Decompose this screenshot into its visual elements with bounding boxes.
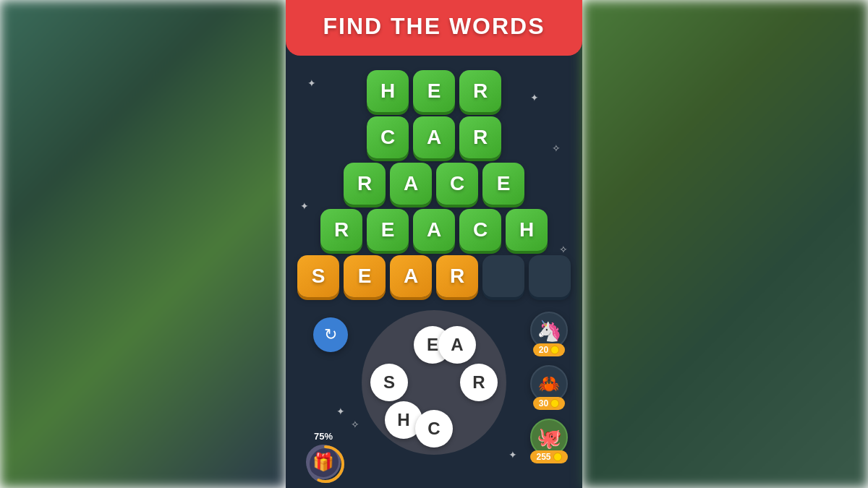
tile-a4: A [390,255,432,297]
word-row-car: C A R [367,116,501,158]
progress-text: 75% [314,431,333,442]
tile-h: H [367,70,409,112]
game-title: FIND THE WORDS [300,13,568,40]
game-header: FIND THE WORDS [286,0,582,56]
tile-e2: E [482,163,524,205]
tile-c1: C [367,116,409,158]
tile-c2: C [436,163,478,205]
tile-e4: E [344,255,386,297]
word-row-reach: R E A C H [320,209,548,251]
tile-r2: R [459,116,501,158]
game-content: ✦ ✦ ✧ ✦ ✧ H E R C A R R A C E [286,56,582,488]
tile-s: S [297,255,339,297]
powerups-panel: 🦄 20 🦀 30 🐙 255 [530,312,568,463]
tile-a1: A [413,116,455,158]
word-list: H E R C A R R A C E R E A C [293,70,575,297]
tile-e1: E [413,70,455,112]
wheel-letter-s[interactable]: S [370,364,408,401]
bottom-section: ↻ E A S R H C ✦ ✦ ✧ [293,304,575,488]
letter-wheel: E A S R H C [362,310,506,455]
right-background-panel [582,0,868,488]
wheel-letter-a[interactable]: A [438,326,476,364]
word-row-race: R A C E [344,163,524,205]
tile-h: H [506,209,548,251]
sparkle-6: ✦ [336,406,345,417]
tile-c3: C [459,209,501,251]
tile-r4: R [320,209,362,251]
word-row-search: S E A R [297,255,571,297]
word-row-her: H E R [367,70,501,112]
tile-empty-2 [529,255,571,297]
sparkle-7: ✦ [509,449,517,461]
wheel-letter-c[interactable]: C [415,410,453,448]
tile-a2: A [390,163,432,205]
tile-a3: A [413,209,455,251]
progress-ring [305,444,346,484]
tile-empty-1 [482,255,524,297]
powerup-crab[interactable]: 🦀 30 [530,365,568,410]
refresh-button[interactable]: ↻ [313,317,348,352]
sparkle-8: ✧ [351,419,359,430]
powerup-octopus[interactable]: 🐙 255 [530,419,568,463]
seahorse-cost: 20 [533,343,565,356]
coin-icon-3 [553,453,562,461]
octopus-cost: 255 [530,450,567,463]
left-background-panel [0,0,286,488]
powerup-seahorse[interactable]: 🦄 20 [530,312,568,356]
wheel-letter-r[interactable]: R [460,364,498,401]
game-area: FIND THE WORDS ✦ ✦ ✧ ✦ ✧ H E R C A R R [286,0,582,488]
gift-section: 75% 🎁 [306,431,341,479]
tile-e3: E [367,209,409,251]
tile-r1: R [459,70,501,112]
refresh-icon: ↻ [324,325,337,344]
tile-r3: R [344,163,386,205]
coin-icon-2 [550,399,559,408]
crab-cost: 30 [533,397,565,410]
gift-button[interactable]: 🎁 [306,445,341,479]
tile-r5: R [436,255,478,297]
coin-icon-1 [550,346,559,354]
